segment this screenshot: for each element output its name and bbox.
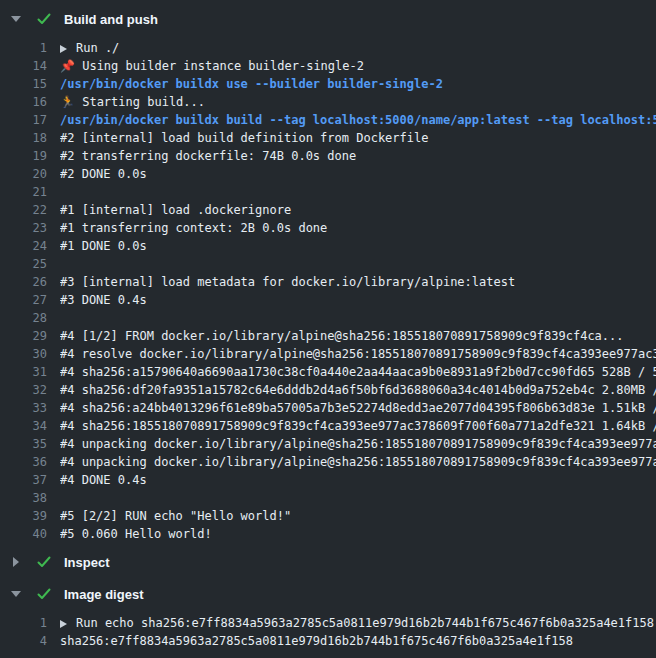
log-line[interactable]: 17/usr/bin/docker buildx build --tag loc… (0, 111, 656, 129)
log-text: sha256:e7ff8834a5963a2785c5a0811e979d16b… (60, 632, 656, 650)
log-line[interactable]: 31#4 sha256:a15790640a6690aa1730c38cf0a4… (0, 363, 656, 381)
log-text: #2 [internal] load build definition from… (60, 129, 656, 147)
section-header-inspect[interactable]: Inspect (0, 549, 656, 575)
log-block-image-digest: 1Run echo sha256:e7ff8834a5963a2785c5a08… (0, 614, 656, 650)
log-text (60, 183, 656, 201)
log-line[interactable]: 32#4 sha256:df20fa9351a15782c64e6dddb2d4… (0, 381, 656, 399)
line-number[interactable]: 4 (0, 632, 47, 650)
log-text: #1 DONE 0.0s (60, 237, 656, 255)
log-line[interactable]: 19#2 transferring dockerfile: 74B 0.0s d… (0, 147, 656, 165)
expand-arrow-icon[interactable] (60, 45, 67, 53)
log-text: #5 0.060 Hello world! (60, 525, 656, 543)
log-text-command: /usr/bin/docker buildx build --tag local… (60, 111, 656, 129)
log-text: #4 [1/2] FROM docker.io/library/alpine@s… (60, 327, 656, 345)
line-number[interactable]: 24 (0, 237, 47, 255)
log-line[interactable]: 28 (0, 309, 656, 327)
log-text: #4 sha256:a15790640a6690aa1730c38cf0a440… (60, 363, 656, 381)
log-line[interactable]: 34#4 sha256:185518070891758909c9f839cf4c… (0, 417, 656, 435)
log-line[interactable]: 1Run ./ (0, 39, 656, 57)
chevron-right-icon (11, 557, 21, 567)
line-number[interactable]: 18 (0, 129, 47, 147)
line-number[interactable]: 19 (0, 147, 47, 165)
section-header-build-and-push[interactable]: Build and push (0, 6, 656, 32)
log-line[interactable]: 37#4 DONE 0.4s (0, 471, 656, 489)
log-line[interactable]: 27#3 DONE 0.4s (0, 291, 656, 309)
log-line[interactable]: 29#4 [1/2] FROM docker.io/library/alpine… (0, 327, 656, 345)
log-text (60, 489, 656, 507)
log-line[interactable]: 15/usr/bin/docker buildx use --builder b… (0, 75, 656, 93)
section-title: Image digest (64, 587, 143, 602)
log-text: #4 sha256:a24bb4013296f61e89ba57005a7b3e… (60, 399, 656, 417)
log-line[interactable]: 38 (0, 489, 656, 507)
line-number[interactable]: 27 (0, 291, 47, 309)
line-number[interactable]: 25 (0, 255, 47, 273)
check-icon (36, 11, 52, 27)
log-text: 🏃 Starting build... (60, 93, 656, 111)
line-number[interactable]: 26 (0, 273, 47, 291)
log-line[interactable]: 35#4 unpacking docker.io/library/alpine@… (0, 435, 656, 453)
line-number[interactable]: 37 (0, 471, 47, 489)
line-number[interactable]: 15 (0, 75, 47, 93)
log-line[interactable]: 20#2 DONE 0.0s (0, 165, 656, 183)
line-number[interactable]: 23 (0, 219, 47, 237)
log-text: #1 transferring context: 2B 0.0s done (60, 219, 656, 237)
log-text: #3 [internal] load metadata for docker.i… (60, 273, 656, 291)
log-text: #1 [internal] load .dockerignore (60, 201, 656, 219)
check-icon (36, 586, 52, 602)
log-text: #4 resolve docker.io/library/alpine@sha2… (60, 345, 656, 363)
log-line[interactable]: 24#1 DONE 0.0s (0, 237, 656, 255)
line-number[interactable]: 17 (0, 111, 47, 129)
chevron-down-icon (11, 591, 21, 597)
log-text-command: /usr/bin/docker buildx use --builder bui… (60, 75, 656, 93)
line-number[interactable]: 34 (0, 417, 47, 435)
line-number[interactable]: 35 (0, 435, 47, 453)
line-number[interactable]: 31 (0, 363, 47, 381)
log-line[interactable]: 4sha256:e7ff8834a5963a2785c5a0811e979d16… (0, 632, 656, 650)
log-line[interactable]: 21 (0, 183, 656, 201)
line-number[interactable]: 1 (0, 614, 47, 632)
log-text: Run ./ (60, 39, 656, 57)
log-line[interactable]: 26#3 [internal] load metadata for docker… (0, 273, 656, 291)
log-text: #2 transferring dockerfile: 74B 0.0s don… (60, 147, 656, 165)
line-number[interactable]: 28 (0, 309, 47, 327)
line-number[interactable]: 29 (0, 327, 47, 345)
line-number[interactable]: 38 (0, 489, 47, 507)
log-text: #4 DONE 0.4s (60, 471, 656, 489)
line-number[interactable]: 21 (0, 183, 47, 201)
section-title: Inspect (64, 555, 110, 570)
log-text: #4 unpacking docker.io/library/alpine@sh… (60, 435, 656, 453)
section-title: Build and push (64, 12, 158, 27)
line-number[interactable]: 32 (0, 381, 47, 399)
line-number[interactable]: 33 (0, 399, 47, 417)
actions-log-viewer: Build and push1Run ./14📌 Using builder i… (0, 0, 656, 650)
log-line[interactable]: 23#1 transferring context: 2B 0.0s done (0, 219, 656, 237)
log-line[interactable]: 18#2 [internal] load build definition fr… (0, 129, 656, 147)
line-number[interactable]: 30 (0, 345, 47, 363)
line-number[interactable]: 39 (0, 507, 47, 525)
log-line[interactable]: 33#4 sha256:a24bb4013296f61e89ba57005a7b… (0, 399, 656, 417)
line-number[interactable]: 20 (0, 165, 47, 183)
log-line[interactable]: 14📌 Using builder instance builder-singl… (0, 57, 656, 75)
log-line[interactable]: 40#5 0.060 Hello world! (0, 525, 656, 543)
log-text: #3 DONE 0.4s (60, 291, 656, 309)
expand-arrow-icon[interactable] (60, 620, 67, 628)
log-text: #4 sha256:185518070891758909c9f839cf4ca3… (60, 417, 656, 435)
log-text (60, 255, 656, 273)
line-number[interactable]: 1 (0, 39, 47, 57)
section-build-and-push: Build and push1Run ./14📌 Using builder i… (0, 6, 656, 543)
line-number[interactable]: 16 (0, 93, 47, 111)
section-header-image-digest[interactable]: Image digest (0, 581, 656, 607)
log-line[interactable]: 36#4 unpacking docker.io/library/alpine@… (0, 453, 656, 471)
log-line[interactable]: 16🏃 Starting build... (0, 93, 656, 111)
log-line[interactable]: 22#1 [internal] load .dockerignore (0, 201, 656, 219)
line-number[interactable]: 40 (0, 525, 47, 543)
log-line[interactable]: 25 (0, 255, 656, 273)
line-number[interactable]: 14 (0, 57, 47, 75)
log-text: 📌 Using builder instance builder-single-… (60, 57, 656, 75)
section-image-digest: Image digest1Run echo sha256:e7ff8834a59… (0, 581, 656, 650)
line-number[interactable]: 36 (0, 453, 47, 471)
log-line[interactable]: 1Run echo sha256:e7ff8834a5963a2785c5a08… (0, 614, 656, 632)
log-line[interactable]: 30#4 resolve docker.io/library/alpine@sh… (0, 345, 656, 363)
log-line[interactable]: 39#5 [2/2] RUN echo "Hello world!" (0, 507, 656, 525)
line-number[interactable]: 22 (0, 201, 47, 219)
